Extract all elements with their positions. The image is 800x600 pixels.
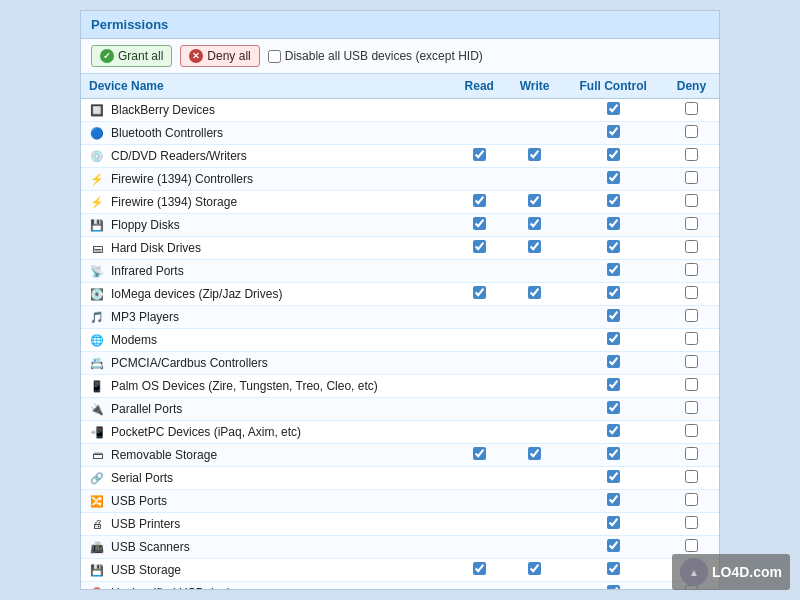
deny-checkbox[interactable] bbox=[685, 332, 698, 345]
deny-checkbox[interactable] bbox=[685, 102, 698, 115]
deny-checkbox[interactable] bbox=[685, 447, 698, 460]
full-control-checkbox[interactable] bbox=[607, 470, 620, 483]
full-control-checkbox[interactable] bbox=[607, 355, 620, 368]
full-control-cell bbox=[562, 513, 663, 536]
full-control-checkbox[interactable] bbox=[607, 447, 620, 460]
write-cell bbox=[507, 513, 563, 536]
table-row: 💽IoMega devices (Zip/Jaz Drives) bbox=[81, 283, 719, 306]
full-control-checkbox[interactable] bbox=[607, 194, 620, 207]
full-control-checkbox[interactable] bbox=[607, 401, 620, 414]
full-control-cell bbox=[562, 306, 663, 329]
full-control-cell bbox=[562, 421, 663, 444]
device-icon: 🎵 bbox=[89, 309, 105, 325]
table-row: 🖴Hard Disk Drives bbox=[81, 237, 719, 260]
device-name-cell: 🔌Parallel Ports bbox=[81, 398, 452, 421]
read-cell bbox=[452, 329, 507, 352]
full-control-checkbox[interactable] bbox=[607, 148, 620, 161]
read-cell bbox=[452, 122, 507, 145]
device-icon: 💾 bbox=[89, 562, 105, 578]
device-name-cell: 📡Infrared Ports bbox=[81, 260, 452, 283]
full-control-checkbox[interactable] bbox=[607, 309, 620, 322]
read-cell bbox=[452, 398, 507, 421]
col-write: Write bbox=[507, 74, 563, 99]
device-icon: 📲 bbox=[89, 424, 105, 440]
deny-checkbox[interactable] bbox=[685, 286, 698, 299]
write-checkbox[interactable] bbox=[528, 148, 541, 161]
read-checkbox[interactable] bbox=[473, 562, 486, 575]
write-checkbox[interactable] bbox=[528, 240, 541, 253]
read-checkbox[interactable] bbox=[473, 286, 486, 299]
full-control-checkbox[interactable] bbox=[607, 171, 620, 184]
write-cell bbox=[507, 352, 563, 375]
full-control-checkbox[interactable] bbox=[607, 102, 620, 115]
deny-checkbox[interactable] bbox=[685, 355, 698, 368]
full-control-checkbox[interactable] bbox=[607, 378, 620, 391]
deny-checkbox[interactable] bbox=[685, 470, 698, 483]
device-name-cell: 📱Palm OS Devices (Zire, Tungsten, Treo, … bbox=[81, 375, 452, 398]
deny-checkbox[interactable] bbox=[685, 171, 698, 184]
full-control-checkbox[interactable] bbox=[607, 332, 620, 345]
device-name-cell: ❓Unclassified USB devices bbox=[81, 582, 452, 591]
disable-usb-checkbox[interactable] bbox=[268, 50, 281, 63]
full-control-checkbox[interactable] bbox=[607, 539, 620, 552]
full-control-checkbox[interactable] bbox=[607, 493, 620, 506]
full-control-checkbox[interactable] bbox=[607, 125, 620, 138]
device-name-cell: 🌐Modems bbox=[81, 329, 452, 352]
device-name: Serial Ports bbox=[111, 471, 173, 485]
grant-all-button[interactable]: ✓ Grant all bbox=[91, 45, 172, 67]
read-checkbox[interactable] bbox=[473, 194, 486, 207]
write-cell bbox=[507, 490, 563, 513]
full-control-cell bbox=[562, 375, 663, 398]
table-row: 🔵Bluetooth Controllers bbox=[81, 122, 719, 145]
disable-usb-label[interactable]: Disable all USB devices (except HID) bbox=[268, 49, 483, 63]
read-cell bbox=[452, 99, 507, 122]
full-control-checkbox[interactable] bbox=[607, 263, 620, 276]
write-cell bbox=[507, 582, 563, 591]
deny-checkbox[interactable] bbox=[685, 493, 698, 506]
full-control-checkbox[interactable] bbox=[607, 240, 620, 253]
full-control-checkbox[interactable] bbox=[607, 424, 620, 437]
deny-checkbox[interactable] bbox=[685, 263, 698, 276]
deny-checkbox[interactable] bbox=[685, 539, 698, 552]
write-cell bbox=[507, 536, 563, 559]
deny-cell bbox=[664, 306, 719, 329]
grant-icon: ✓ bbox=[100, 49, 114, 63]
deny-checkbox[interactable] bbox=[685, 516, 698, 529]
deny-checkbox[interactable] bbox=[685, 378, 698, 391]
write-cell bbox=[507, 260, 563, 283]
deny-checkbox[interactable] bbox=[685, 194, 698, 207]
write-checkbox[interactable] bbox=[528, 447, 541, 460]
device-name-cell: 🎵MP3 Players bbox=[81, 306, 452, 329]
device-name-cell: 🔀USB Ports bbox=[81, 490, 452, 513]
deny-checkbox[interactable] bbox=[685, 240, 698, 253]
full-control-checkbox[interactable] bbox=[607, 286, 620, 299]
full-control-checkbox[interactable] bbox=[607, 217, 620, 230]
deny-checkbox[interactable] bbox=[685, 401, 698, 414]
write-checkbox[interactable] bbox=[528, 217, 541, 230]
write-checkbox[interactable] bbox=[528, 194, 541, 207]
read-checkbox[interactable] bbox=[473, 240, 486, 253]
deny-checkbox[interactable] bbox=[685, 424, 698, 437]
read-cell bbox=[452, 306, 507, 329]
write-checkbox[interactable] bbox=[528, 286, 541, 299]
write-cell bbox=[507, 444, 563, 467]
deny-cell bbox=[664, 99, 719, 122]
write-checkbox[interactable] bbox=[528, 562, 541, 575]
read-checkbox[interactable] bbox=[473, 148, 486, 161]
deny-checkbox[interactable] bbox=[685, 309, 698, 322]
deny-checkbox[interactable] bbox=[685, 125, 698, 138]
read-checkbox[interactable] bbox=[473, 217, 486, 230]
read-cell bbox=[452, 559, 507, 582]
full-control-checkbox[interactable] bbox=[607, 516, 620, 529]
device-name-cell: 💿CD/DVD Readers/Writers bbox=[81, 145, 452, 168]
deny-all-button[interactable]: ✕ Deny all bbox=[180, 45, 259, 67]
read-checkbox[interactable] bbox=[473, 447, 486, 460]
deny-checkbox[interactable] bbox=[685, 217, 698, 230]
deny-checkbox[interactable] bbox=[685, 148, 698, 161]
table-row: 🔌Parallel Ports bbox=[81, 398, 719, 421]
full-control-checkbox[interactable] bbox=[607, 562, 620, 575]
full-control-checkbox[interactable] bbox=[607, 585, 620, 590]
read-cell bbox=[452, 490, 507, 513]
full-control-cell bbox=[562, 467, 663, 490]
full-control-cell bbox=[562, 99, 663, 122]
